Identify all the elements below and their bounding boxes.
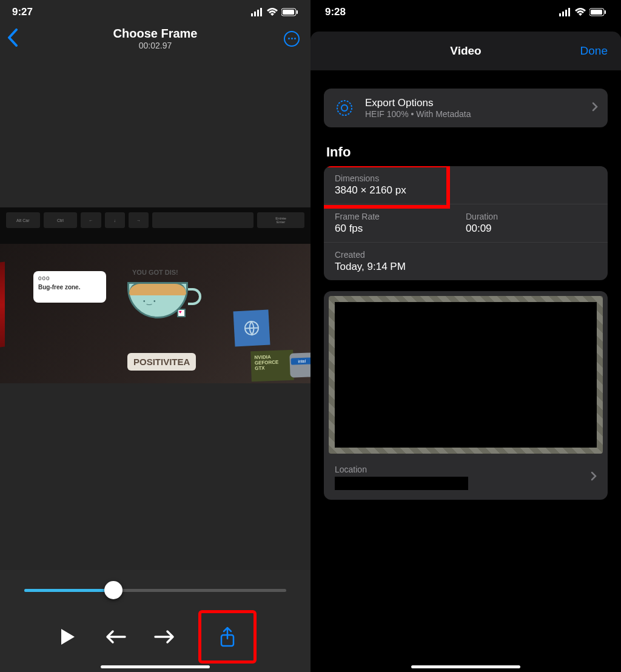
next-frame-button[interactable] <box>150 623 178 651</box>
play-icon <box>60 628 76 646</box>
laptop-red-edge <box>0 261 5 347</box>
map-redaction <box>335 302 597 448</box>
export-subtitle: HEIF 100% • With Metadata <box>365 109 471 119</box>
battery-icon <box>281 8 298 16</box>
cup-face: • ‿ • <box>143 298 156 304</box>
battery-icon <box>589 8 606 16</box>
chevron-left-icon <box>7 29 18 47</box>
phone-left-choose-frame: 9:27 Choose Frame 00:02.97 Alt Car Ctrl … <box>0 0 310 672</box>
gear-icon <box>334 97 355 119</box>
svg-rect-9 <box>559 13 561 16</box>
key: Entrée Enter <box>257 212 304 228</box>
created-value: Today, 9:14 PM <box>335 261 597 273</box>
cell-created: Created Today, 9:14 PM <box>335 250 597 273</box>
sticker-intel: intel <box>289 352 310 377</box>
play-button[interactable] <box>54 623 82 651</box>
home-indicator[interactable] <box>101 665 210 668</box>
key: Ctrl <box>44 212 78 228</box>
slider-fill <box>24 589 113 592</box>
sheet-body[interactable]: Export Options HEIF 100% • With Metadata… <box>310 70 621 672</box>
location-value-redacted <box>335 477 468 490</box>
phone-right-video-info: 9:28 Video Done Export Options HEIF 100%… <box>310 0 621 672</box>
location-label: Location <box>335 465 468 474</box>
svg-rect-15 <box>605 10 606 14</box>
globe-icon <box>242 318 261 338</box>
export-options-row[interactable]: Export Options HEIF 100% • With Metadata <box>324 89 608 127</box>
cell-dimensions: Dimensions 3840 × 2160 px <box>335 173 597 197</box>
keyboard-strip: Alt Car Ctrl ← ↓ → Entrée Enter <box>0 207 310 244</box>
key: Alt Car <box>6 212 40 228</box>
sticker-text: Bug-free zone. <box>38 284 101 291</box>
frame-preview-area[interactable]: Alt Car Ctrl ← ↓ → Entrée Enter ooo Bug-… <box>0 57 310 570</box>
info-card: Dimensions 3840 × 2160 px Frame Rate 60 … <box>324 166 608 280</box>
sheet-header: Video Done <box>310 32 621 70</box>
export-title: Export Options <box>365 97 471 109</box>
cup-tag <box>177 309 186 317</box>
duration-label: Duration <box>466 212 597 221</box>
svg-rect-12 <box>568 8 570 16</box>
status-time: 9:28 <box>325 6 346 18</box>
controls-bar <box>0 570 310 672</box>
chevron-right-icon <box>592 102 598 114</box>
arrow-left-icon <box>106 630 126 644</box>
dimensions-value: 3840 × 2160 px <box>335 184 597 197</box>
sticker-geforce: NVIDIA GEFORCE GTX <box>250 350 294 381</box>
wifi-icon <box>267 8 278 16</box>
frame-preview-image: Alt Car Ctrl ← ↓ → Entrée Enter ooo Bug-… <box>0 207 310 383</box>
map-preview[interactable] <box>329 296 603 454</box>
dimensions-label: Dimensions <box>335 173 597 183</box>
svg-rect-2 <box>257 10 259 16</box>
arrow-right-icon <box>154 630 175 644</box>
svg-rect-14 <box>591 10 602 15</box>
key-arrow: ↓ <box>105 212 125 228</box>
export-text: Export Options HEIF 100% • With Metadata <box>365 97 471 119</box>
framerate-value: 60 fps <box>335 223 466 235</box>
svg-rect-1 <box>254 12 256 16</box>
sticker-cup: YOU GOT DIS! • ‿ • <box>121 271 194 326</box>
key-arrow: → <box>129 212 149 228</box>
gf-l3: GTX <box>255 365 290 371</box>
control-button-row <box>16 610 295 664</box>
done-button[interactable]: Done <box>580 44 608 58</box>
svg-rect-5 <box>283 10 294 15</box>
nav-title: Choose Frame <box>113 27 198 41</box>
location-row[interactable]: Location <box>324 459 608 500</box>
back-button[interactable] <box>7 29 18 49</box>
home-indicator[interactable] <box>411 665 520 668</box>
cup-bubble: YOU GOT DIS! <box>132 269 178 276</box>
ellipsis-icon <box>288 38 296 39</box>
info-row-created: Created Today, 9:14 PM <box>324 243 608 280</box>
svg-rect-0 <box>251 13 253 16</box>
nav-timestamp: 00:02.97 <box>113 41 198 50</box>
more-button[interactable] <box>284 31 300 47</box>
status-indicators <box>251 8 298 16</box>
status-bar-right: 9:28 <box>310 0 621 21</box>
key-arrow: ← <box>81 212 101 228</box>
svg-point-16 <box>337 101 352 115</box>
info-section-label: Info <box>326 144 605 160</box>
svg-rect-10 <box>562 12 564 16</box>
sheet-title: Video <box>450 44 481 58</box>
svg-rect-6 <box>297 10 298 14</box>
export-options-card[interactable]: Export Options HEIF 100% • With Metadata <box>324 89 608 127</box>
wifi-icon <box>575 8 586 16</box>
prev-frame-button[interactable] <box>102 623 130 651</box>
scrubber-slider[interactable] <box>24 582 286 598</box>
map-card: Location <box>324 291 608 500</box>
share-icon <box>220 627 235 647</box>
annotation-highlight-share <box>198 610 257 664</box>
info-row-rate-duration: Frame Rate 60 fps Duration 00:09 <box>324 204 608 243</box>
cellular-icon <box>251 8 263 16</box>
cellular-icon <box>559 8 571 16</box>
svg-rect-11 <box>565 10 567 16</box>
slider-thumb[interactable] <box>104 581 123 599</box>
svg-rect-3 <box>260 8 262 16</box>
chevron-right-icon <box>591 471 597 483</box>
nav-bar: Choose Frame 00:02.97 <box>0 21 310 57</box>
status-indicators <box>559 8 606 16</box>
cell-duration: Duration 00:09 <box>466 212 597 235</box>
share-button[interactable] <box>213 623 241 651</box>
status-time: 9:27 <box>12 6 33 18</box>
sticker-positivitea: POSITIVITEA <box>127 353 196 371</box>
info-row-dimensions: Dimensions 3840 × 2160 px <box>324 166 608 204</box>
